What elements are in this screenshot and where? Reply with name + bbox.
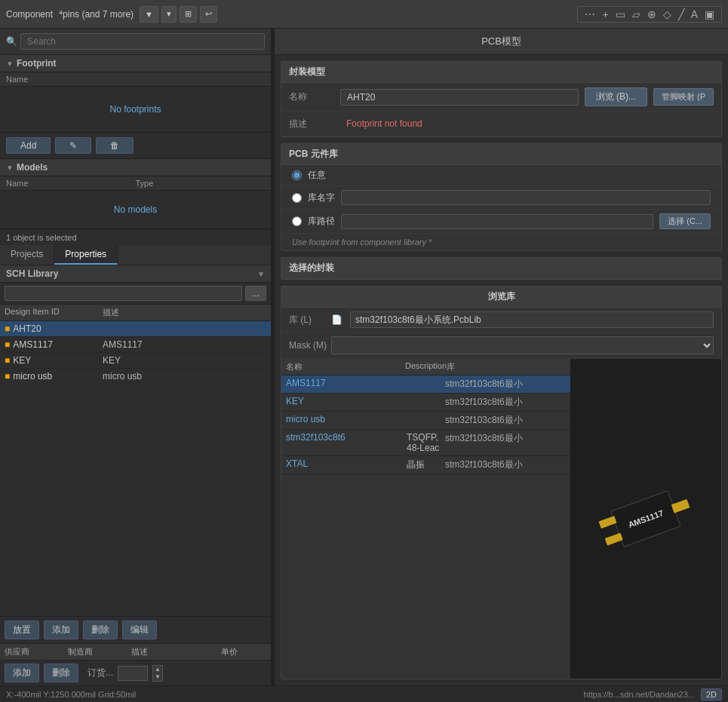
- pins-label: ⁴pins (and 7 more): [59, 9, 134, 20]
- fp-note: Use footprint from component library *: [281, 234, 721, 250]
- edit-footprint-button[interactable]: ✎: [55, 137, 91, 154]
- filter-button[interactable]: ▼: [140, 6, 158, 23]
- browse-lib-row[interactable]: KEY stm32f103c8t6最小: [281, 394, 570, 412]
- lib-row-browse: 库 (L) 📄: [281, 308, 721, 333]
- qty-input[interactable]: 1: [118, 666, 148, 681]
- plus-icon[interactable]: +: [600, 8, 610, 20]
- browse-col-lib: 库: [447, 361, 566, 372]
- qty-down[interactable]: ▼: [153, 673, 162, 681]
- status-2d-button[interactable]: 2D: [701, 688, 722, 700]
- radio-libpath-label: 库路径: [308, 215, 335, 228]
- models-section-header: Models: [0, 159, 271, 176]
- radio-libname-input[interactable]: [292, 193, 302, 203]
- svg-rect-2: [605, 533, 623, 546]
- pcb-title: PCB模型: [275, 29, 728, 55]
- diamond-icon[interactable]: ◇: [661, 8, 674, 20]
- supplier-col-desc: 描述: [131, 646, 218, 658]
- status-url: https://b...sdn.net/Dandan23...: [584, 690, 695, 699]
- pcb-form: 封装模型 名称 浏览 (B)... 管脚映射 (P 描述 Footprint n…: [281, 61, 722, 137]
- edit-lib-button[interactable]: 编辑: [122, 621, 157, 639]
- status-coords: X:-400mil Y:1250.000mil Grid:50mil: [6, 690, 136, 699]
- models-col-type: Type: [136, 179, 266, 188]
- lib-row-icon: ■: [5, 355, 10, 366]
- center-toolbar: ⋯ + ▭ ▱ ⊕ ◇ ╱ A ▣: [577, 6, 722, 23]
- lib-table-header: Design Item ID 描述: [0, 305, 271, 321]
- supplier-col-sup: 供应商: [5, 646, 65, 658]
- square-icon[interactable]: ▣: [702, 8, 717, 20]
- browse-lib-content: 名称 Description 库 AMS1117 stm32f103c8t6最小…: [281, 359, 721, 679]
- cross-icon[interactable]: ⊕: [645, 8, 659, 20]
- supplier-section: 供应商 制造商 描述 单价 添加 删除 订货... 1 ▲ ▼: [0, 643, 271, 685]
- radio-libpath: 库路径 选择 (C...: [281, 210, 721, 234]
- lib-row[interactable]: ■ KEY KEY: [0, 353, 271, 369]
- lib-col-desc: 描述: [103, 307, 266, 318]
- sch-library-header: SCH Library ▼: [0, 265, 271, 283]
- delete-lib-button[interactable]: 删除: [83, 621, 118, 639]
- delete-footprint-button[interactable]: 🗑: [96, 137, 134, 154]
- lib-path-input[interactable]: [350, 311, 714, 328]
- text-icon[interactable]: A: [689, 8, 700, 20]
- main-layout: 🔍 Footprint Name No footprints Add ✎ 🗑 M: [0, 29, 728, 685]
- shape-icon[interactable]: ▱: [630, 8, 643, 20]
- libname-input[interactable]: [341, 190, 711, 205]
- pin-map-button[interactable]: 管脚映射 (P: [653, 88, 714, 106]
- browse-col-desc: Description: [405, 361, 447, 372]
- add-footprint-button[interactable]: Add: [6, 137, 51, 154]
- supplier-add-button[interactable]: 添加: [5, 664, 39, 682]
- lib-row[interactable]: ■ micro usb micro usb: [0, 369, 271, 385]
- lib-row[interactable]: ■ AHT20: [0, 321, 271, 337]
- supplier-header: 供应商 制造商 描述 单价: [0, 644, 271, 661]
- libpath-input[interactable]: [341, 214, 653, 229]
- qty-up[interactable]: ▲: [153, 666, 162, 673]
- browse-button[interactable]: 浏览 (B)...: [585, 87, 647, 106]
- radio-any-input[interactable]: [292, 170, 302, 180]
- pcb-lib-section-title: PCB 元件库: [281, 144, 721, 165]
- fp-actions: Add ✎ 🗑: [0, 132, 271, 158]
- order-label: 订货...: [88, 667, 113, 679]
- select-button[interactable]: 选择 (C...: [659, 213, 711, 229]
- funnel-icon[interactable]: ⋯: [582, 8, 597, 20]
- tool-btn-2[interactable]: ↩: [200, 6, 217, 23]
- name-label: 名称: [289, 90, 334, 103]
- rect-icon[interactable]: ▭: [613, 8, 628, 20]
- place-button[interactable]: 放置: [5, 621, 39, 639]
- fp-col-name: Name: [6, 75, 265, 84]
- top-toolbar: Component ⁴pins (and 7 more) ▼ ▾ ⊞ ↩ ⋯ +…: [0, 0, 728, 29]
- tool-btn-1[interactable]: ⊞: [180, 6, 197, 23]
- name-row: 名称 浏览 (B)... 管脚映射 (P: [281, 83, 721, 112]
- selected-footprint-section: 选择的封装: [281, 257, 722, 280]
- tab-properties[interactable]: Properties: [54, 245, 118, 265]
- browse-lib-row[interactable]: AMS1117 stm32f103c8t6最小: [281, 376, 570, 394]
- slash-icon[interactable]: ╱: [676, 8, 687, 20]
- browse-col-name: 名称: [286, 361, 405, 372]
- tab-projects[interactable]: Projects: [0, 245, 54, 265]
- add-lib-button[interactable]: 添加: [44, 621, 78, 639]
- browse-lib-row[interactable]: stm32f103c8t6 TSQFP, 48-Leac stm32f103c8…: [281, 430, 570, 456]
- lib-row[interactable]: ■ AMS1117 AMS1117: [0, 337, 271, 353]
- sch-search-input[interactable]: [5, 286, 242, 301]
- search-input[interactable]: [20, 33, 265, 50]
- right-panel: PCB模型 封装模型 名称 浏览 (B)... 管脚映射 (P 描述 Footp…: [275, 29, 728, 685]
- lib-table: Design Item ID 描述 ■ AHT20 ■ AMS1117 AMS1…: [0, 305, 271, 616]
- svg-rect-3: [671, 499, 690, 513]
- radio-libpath-input[interactable]: [292, 216, 302, 226]
- name-input[interactable]: [340, 89, 579, 106]
- sch-more-button[interactable]: ...: [245, 286, 266, 301]
- browse-lib-row[interactable]: micro usb stm32f103c8t6最小: [281, 412, 570, 430]
- browse-lib-row[interactable]: XTAL 晶振 stm32f103c8t6最小: [281, 456, 570, 474]
- desc-value: Footprint not found: [340, 116, 714, 131]
- fp-content: No footprints: [0, 87, 271, 132]
- filter-dropdown-button[interactable]: ▾: [161, 6, 177, 23]
- lib-label: 库 (L): [289, 314, 327, 326]
- lib-row-id: ■ KEY: [5, 355, 103, 366]
- status-bar: X:-400mil Y:1250.000mil Grid:50mil https…: [0, 685, 728, 702]
- footprint-section-header: Footprint: [0, 55, 271, 72]
- browse-lib-list: 名称 Description 库 AMS1117 stm32f103c8t6最小…: [281, 359, 570, 679]
- mask-select[interactable]: [331, 336, 714, 354]
- supplier-actions: 添加 删除 订货... 1 ▲ ▼: [0, 661, 271, 685]
- lib-col-id: Design Item ID: [5, 307, 103, 318]
- sch-library-arrow: ▼: [257, 270, 265, 278]
- supplier-delete-button[interactable]: 删除: [44, 664, 78, 682]
- no-models-text: No models: [114, 204, 157, 215]
- selected-fp-title: 选择的封装: [281, 258, 721, 279]
